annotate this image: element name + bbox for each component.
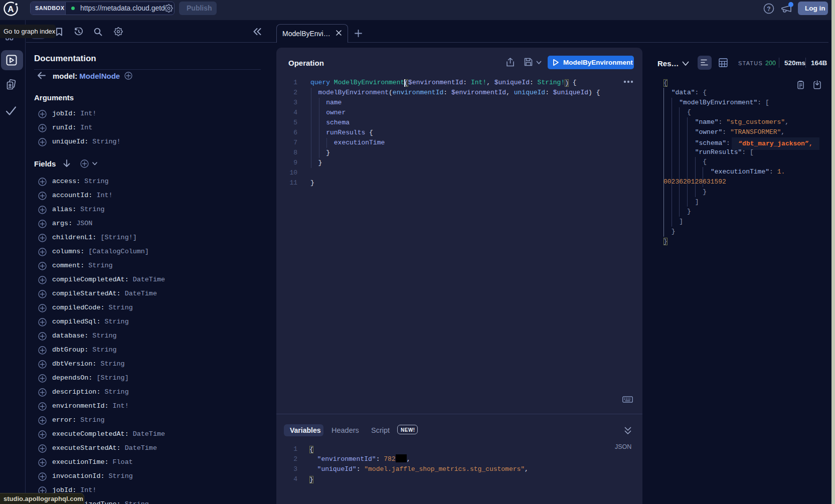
svg-text:?: ? — [767, 6, 770, 13]
svg-text:A: A — [8, 5, 14, 14]
